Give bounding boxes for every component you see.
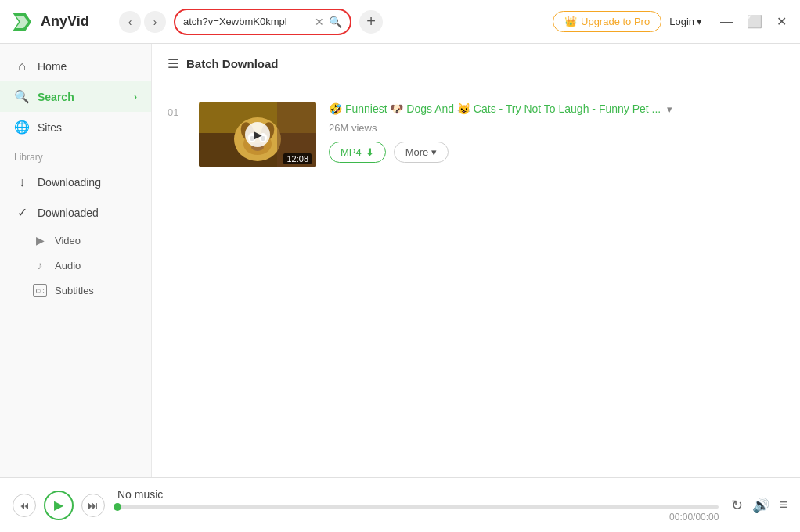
search-sidebar-icon: 🔍 bbox=[14, 89, 30, 104]
play-overlay[interactable]: ▶ bbox=[245, 122, 270, 147]
thumbnail-wrapper: ▶ 12:08 bbox=[199, 102, 316, 167]
sidebar: ⌂ Home 🔍 Search › 🌐 Sites Library ↓ Down… bbox=[0, 44, 152, 477]
previous-button[interactable]: ⏮ bbox=[13, 494, 36, 517]
logo-icon bbox=[9, 9, 34, 34]
more-label: More bbox=[405, 146, 429, 158]
chevron-right-icon: › bbox=[134, 92, 137, 102]
main-layout: ⌂ Home 🔍 Search › 🌐 Sites Library ↓ Down… bbox=[0, 44, 800, 477]
search-icon[interactable]: 🔍 bbox=[329, 16, 342, 28]
sidebar-search-label: Search bbox=[38, 91, 74, 103]
result-actions: MP4 ⬇ More ▾ bbox=[329, 142, 784, 163]
more-chevron-icon: ▾ bbox=[431, 146, 437, 158]
subtitles-label: Subtitles bbox=[55, 285, 94, 297]
result-title-text: 🤣 Funniest 🐶 Dogs And 😺 Cats - Try Not T… bbox=[329, 102, 661, 117]
back-button[interactable]: ‹ bbox=[119, 11, 141, 33]
sidebar-item-subtitles[interactable]: cc Subtitles bbox=[0, 278, 151, 303]
result-item: 01 bbox=[168, 94, 784, 175]
batch-download-icon: ☰ bbox=[168, 56, 178, 71]
mp4-download-button[interactable]: MP4 ⬇ bbox=[329, 142, 386, 163]
login-button[interactable]: Login ▾ bbox=[669, 16, 702, 27]
playlist-button[interactable]: ≡ bbox=[779, 497, 787, 513]
progress-bar[interactable] bbox=[117, 505, 719, 509]
logo-area: AnyVid bbox=[9, 9, 111, 34]
app-name: AnyVid bbox=[41, 13, 89, 30]
download-arrow-icon: ⬇ bbox=[366, 146, 374, 158]
result-title: 🤣 Funniest 🐶 Dogs And 😺 Cats - Try Not T… bbox=[329, 102, 784, 117]
result-info: 🤣 Funniest 🐶 Dogs And 😺 Cats - Try Not T… bbox=[329, 102, 784, 163]
results-area: 01 bbox=[152, 81, 800, 477]
downloading-label: Downloading bbox=[38, 176, 101, 189]
sidebar-sites-label: Sites bbox=[38, 121, 62, 134]
sidebar-item-downloading[interactable]: ↓ Downloading bbox=[0, 167, 151, 197]
progress-dot bbox=[114, 503, 121, 511]
upgrade-label: Upgrade to Pro bbox=[581, 16, 650, 27]
maximize-button[interactable]: ⬜ bbox=[743, 13, 766, 31]
search-input[interactable] bbox=[183, 16, 315, 27]
minimize-button[interactable]: — bbox=[716, 13, 737, 31]
mp4-label: MP4 bbox=[341, 146, 362, 158]
crown-icon: 👑 bbox=[564, 16, 577, 27]
sidebar-home-label: Home bbox=[38, 60, 67, 73]
player-time: 00:00/00:00 bbox=[117, 512, 719, 523]
title-dropdown-icon[interactable]: ▾ bbox=[667, 102, 672, 117]
chevron-down-icon: ▾ bbox=[697, 16, 702, 27]
sidebar-item-video[interactable]: ▶ Video bbox=[0, 228, 151, 253]
result-number: 01 bbox=[168, 102, 186, 118]
add-tab-button[interactable]: + bbox=[359, 10, 383, 34]
content-area: ☰ Batch Download 01 bbox=[152, 44, 800, 477]
batch-download-title: Batch Download bbox=[186, 57, 279, 70]
upgrade-button[interactable]: 👑 Upgrade to Pro bbox=[553, 11, 661, 32]
sidebar-item-search[interactable]: 🔍 Search › bbox=[0, 81, 151, 112]
repeat-button[interactable]: ↻ bbox=[731, 497, 743, 514]
player-controls: ⏮ ▶ ⏭ bbox=[13, 491, 105, 520]
close-button[interactable]: ✕ bbox=[773, 13, 791, 31]
volume-button[interactable]: 🔊 bbox=[752, 497, 769, 514]
play-button[interactable]: ▶ bbox=[44, 491, 74, 520]
sidebar-item-downloaded[interactable]: ✓ Downloaded bbox=[0, 197, 151, 228]
sidebar-item-sites[interactable]: 🌐 Sites bbox=[0, 112, 151, 142]
video-label: Video bbox=[55, 235, 81, 246]
batch-header: ☰ Batch Download bbox=[152, 44, 800, 81]
more-button[interactable]: More ▾ bbox=[394, 142, 449, 163]
login-label: Login bbox=[669, 16, 694, 27]
bottom-player: ⏮ ▶ ⏭ No music 00:00/00:00 ↻ 🔊 ≡ bbox=[0, 477, 800, 532]
video-icon: ▶ bbox=[33, 234, 47, 246]
sidebar-item-home[interactable]: ⌂ Home bbox=[0, 52, 151, 81]
title-bar: AnyVid ‹ › ✕ 🔍 + 👑 Upgrade to Pro Login … bbox=[0, 0, 800, 44]
search-bar-wrapper: ✕ 🔍 bbox=[174, 9, 351, 35]
subtitles-icon: cc bbox=[33, 284, 47, 297]
forward-button[interactable]: › bbox=[144, 11, 166, 33]
audio-icon: ♪ bbox=[33, 259, 47, 271]
player-title: No music bbox=[117, 488, 719, 501]
player-right-controls: ↻ 🔊 ≡ bbox=[731, 497, 787, 514]
sidebar-item-audio[interactable]: ♪ Audio bbox=[0, 253, 151, 278]
check-circle-icon: ✓ bbox=[14, 205, 30, 220]
window-controls: — ⬜ ✕ bbox=[716, 13, 791, 31]
downloaded-label: Downloaded bbox=[38, 207, 99, 219]
player-info: No music 00:00/00:00 bbox=[117, 488, 719, 523]
audio-label: Audio bbox=[55, 260, 81, 271]
clear-icon[interactable]: ✕ bbox=[315, 16, 324, 28]
next-button[interactable]: ⏭ bbox=[81, 494, 105, 517]
sites-icon: 🌐 bbox=[14, 120, 30, 135]
result-views: 26M views bbox=[329, 122, 784, 134]
home-icon: ⌂ bbox=[14, 59, 30, 74]
library-label: Library bbox=[0, 142, 151, 167]
duration-badge: 12:08 bbox=[283, 153, 312, 164]
nav-buttons: ‹ › bbox=[119, 11, 166, 33]
download-icon: ↓ bbox=[14, 175, 30, 189]
